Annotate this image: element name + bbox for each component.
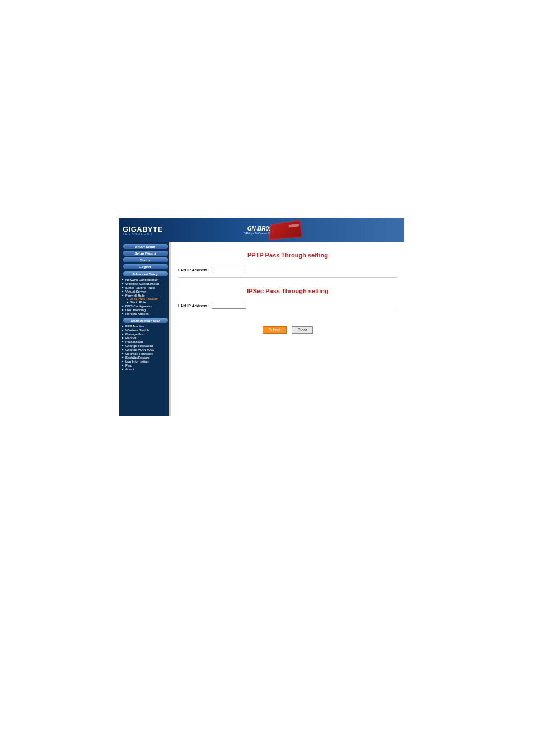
ipsec-lan-ip-input[interactable] <box>212 303 246 309</box>
nav-dns-config[interactable]: DNS Configuration <box>121 304 170 308</box>
nav-reboot[interactable]: Reboot <box>121 336 170 340</box>
ipsec-lan-ip-label: LAN IP Address: <box>178 304 212 308</box>
button-row: Submit Clear <box>178 323 397 334</box>
header-bar: GIGABYTE TECHNOLOGY GN-BR01G 54Mbps AirC… <box>119 218 404 242</box>
nav-change-password[interactable]: Change Password <box>121 344 170 348</box>
setup-wizard-button[interactable]: Setup Wizard <box>123 251 168 256</box>
scroll-down-icon[interactable]: ▾ <box>169 413 171 416</box>
nav-log-info[interactable]: Log Information <box>121 359 170 363</box>
clear-button[interactable]: Clear <box>292 326 313 334</box>
brand-logo: GIGABYTE TECHNOLOGY <box>119 225 163 236</box>
nav-wireless-config[interactable]: Wireless Configuration <box>121 281 170 285</box>
submit-button[interactable]: Submit <box>263 326 287 334</box>
nav-remote-access[interactable]: Remote Access <box>121 312 170 316</box>
router-admin-page: GIGABYTE TECHNOLOGY GN-BR01G 54Mbps AirC… <box>119 218 404 416</box>
nav-about[interactable]: About <box>121 367 170 371</box>
nav-firewall-rule[interactable]: Firewall Rule <box>121 293 170 297</box>
sidebar: ▴ Smart Setup Setup Wizard Status Logout… <box>119 242 171 416</box>
nav-ping[interactable]: Ping <box>121 363 170 367</box>
nav-change-wan-mac[interactable]: Change WAN MAC <box>121 348 170 351</box>
pptp-lan-ip-input[interactable] <box>212 267 246 273</box>
advanced-setup-header: Advanced Setup <box>123 271 168 276</box>
ipsec-form-row: LAN IP Address: <box>178 301 397 311</box>
nav-upgrade-firmware[interactable]: Upgrade Firmware <box>121 351 170 355</box>
divider <box>178 277 397 278</box>
nav-virtual-server[interactable]: Virtual Server <box>121 289 170 293</box>
pptp-lan-ip-label: LAN IP Address: <box>178 268 212 272</box>
content-area: PPTP Pass Through setting LAN IP Address… <box>171 242 404 416</box>
nav-url-blocking[interactable]: URL Blocking <box>121 308 170 312</box>
router-image <box>269 220 302 240</box>
ipsec-section-title: IPSec Pass Through setting <box>178 288 397 294</box>
nav-initialization[interactable]: Initialization <box>121 340 170 344</box>
logout-button[interactable]: Logout <box>123 264 168 269</box>
management-tool-header: Management Tool <box>123 318 168 323</box>
smart-setup-button[interactable]: Smart Setup <box>123 244 168 249</box>
nav-wireless-switch[interactable]: Wireless Switch <box>121 328 170 332</box>
nav-backup-restore[interactable]: BackUp/Restore <box>121 355 170 359</box>
scroll-up-icon[interactable]: ▴ <box>169 242 171 245</box>
main-layout: ▴ Smart Setup Setup Wizard Status Logout… <box>119 242 404 416</box>
pptp-form-row: LAN IP Address: <box>178 265 397 275</box>
nav-network-config[interactable]: Network Configuration <box>121 278 170 281</box>
pptp-section-title: PPTP Pass Through setting <box>178 252 397 259</box>
nav-static-routing[interactable]: Static Routing Table <box>121 285 170 289</box>
divider <box>178 313 397 313</box>
nav-ppp-monitor[interactable]: PPP Monitor <box>121 324 170 328</box>
status-button[interactable]: Status <box>123 257 168 262</box>
nav-manage-port[interactable]: Manage Port <box>121 332 170 336</box>
